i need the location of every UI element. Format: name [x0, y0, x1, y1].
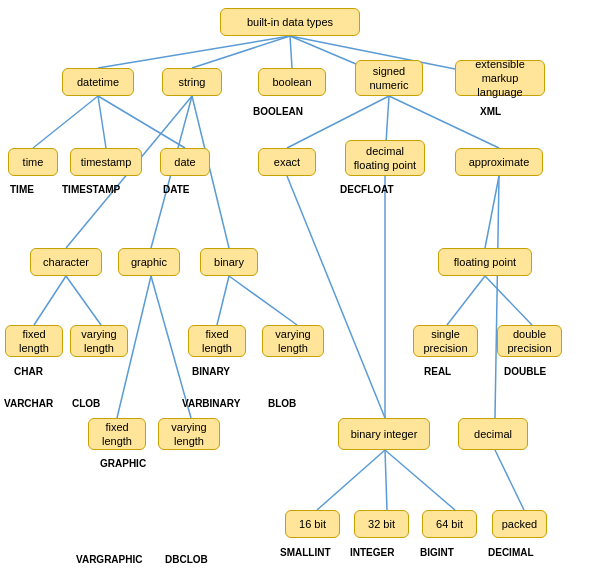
node-single-precision: single precision [413, 325, 478, 357]
svg-line-19 [151, 276, 191, 418]
label-char: CHAR [14, 366, 43, 377]
label-clob: CLOB [72, 398, 100, 409]
node-date: date [160, 148, 210, 176]
svg-line-23 [287, 176, 385, 418]
node-boolean: boolean [258, 68, 326, 96]
node-signed-numeric: signed numeric [355, 60, 423, 96]
label-decfloat: DECFLOAT [340, 184, 394, 195]
label-date: DATE [163, 184, 189, 195]
node-bit64: 64 bit [422, 510, 477, 538]
node-approximate: approximate [455, 148, 543, 176]
label-blob: BLOB [268, 398, 296, 409]
node-root: built-in data types [220, 8, 360, 36]
label-xml: XML [480, 106, 501, 117]
svg-line-5 [33, 96, 98, 148]
label-time: TIME [10, 184, 34, 195]
label-boolean: BOOLEAN [253, 106, 303, 117]
node-graphic-fixed: fixed length [88, 418, 146, 450]
node-decimal-fp: decimal floating point [345, 140, 425, 176]
node-floating-point: floating point [438, 248, 532, 276]
label-double: DOUBLE [504, 366, 546, 377]
diagram: built-in data types datetime string bool… [0, 0, 600, 586]
svg-line-29 [495, 450, 524, 510]
label-real: REAL [424, 366, 451, 377]
svg-line-22 [485, 276, 532, 325]
svg-line-20 [485, 176, 499, 248]
node-bit32: 32 bit [354, 510, 409, 538]
node-bin-fixed: fixed length [188, 325, 246, 357]
node-bin-varying: varying length [262, 325, 324, 357]
node-binary: binary [200, 248, 258, 276]
svg-line-6 [98, 96, 106, 148]
label-smallint: SMALLINT [280, 547, 331, 558]
node-string: string [162, 68, 222, 96]
svg-line-14 [34, 276, 66, 325]
node-char-varying: varying length [70, 325, 128, 357]
node-double-precision: double precision [497, 325, 562, 357]
node-graphic: graphic [118, 248, 180, 276]
node-xml: extensible markup language [455, 60, 545, 96]
node-binary-integer: binary integer [338, 418, 430, 450]
svg-line-1 [192, 36, 290, 68]
svg-line-16 [217, 276, 229, 325]
label-integer: INTEGER [350, 547, 394, 558]
node-time: time [8, 148, 58, 176]
node-decimal: decimal [458, 418, 528, 450]
node-bit16: 16 bit [285, 510, 340, 538]
svg-line-7 [98, 96, 185, 148]
svg-line-0 [98, 36, 290, 68]
svg-line-26 [317, 450, 385, 510]
label-vargraphic: VARGRAPHIC [76, 554, 142, 565]
label-timestamp: TIMESTAMP [62, 184, 120, 195]
node-packed: packed [492, 510, 547, 538]
label-varbinary: VARBINARY [182, 398, 240, 409]
svg-line-15 [66, 276, 101, 325]
label-varchar: VARCHAR [4, 398, 53, 409]
svg-line-28 [385, 450, 455, 510]
node-timestamp: timestamp [70, 148, 142, 176]
label-dbclob: DBCLOB [165, 554, 208, 565]
label-decimal2: DECIMAL [488, 547, 534, 558]
node-character: character [30, 248, 102, 276]
svg-line-25 [495, 176, 499, 418]
label-bigint: BIGINT [420, 547, 454, 558]
node-datetime: datetime [62, 68, 134, 96]
label-graphic: GRAPHIC [100, 458, 146, 469]
svg-line-2 [290, 36, 292, 68]
node-exact: exact [258, 148, 316, 176]
svg-line-17 [229, 276, 297, 325]
node-char-fixed: fixed length [5, 325, 63, 357]
node-graphic-varying: varying length [158, 418, 220, 450]
svg-line-21 [447, 276, 485, 325]
svg-line-27 [385, 450, 387, 510]
label-binary: BINARY [192, 366, 230, 377]
